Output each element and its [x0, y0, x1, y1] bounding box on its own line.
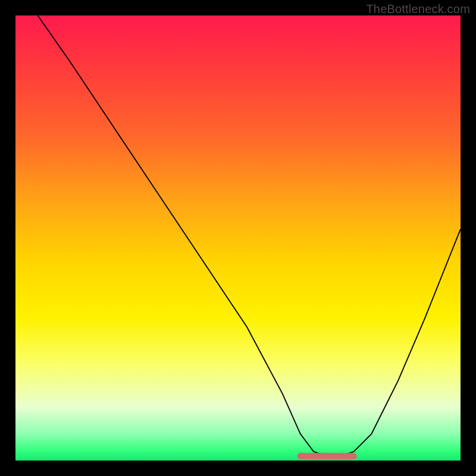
watermark-text: TheBottleneck.com [366, 2, 470, 16]
chart-frame: TheBottleneck.com [0, 0, 476, 476]
chart-svg [15, 15, 461, 461]
plot-area [15, 15, 461, 461]
bottleneck-curve-path [37, 15, 461, 456]
